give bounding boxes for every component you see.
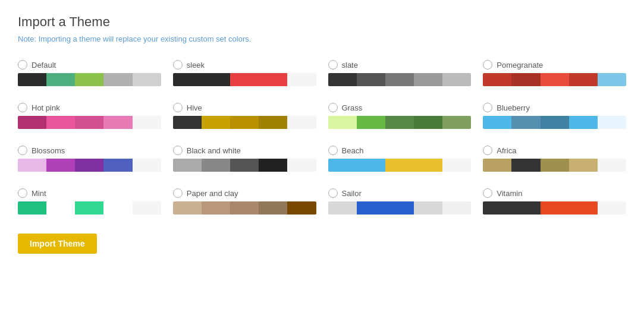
swatch bbox=[541, 73, 569, 86]
swatch bbox=[287, 201, 316, 215]
theme-name-black-and-white: Black and white bbox=[187, 146, 241, 155]
swatch bbox=[328, 73, 357, 86]
swatch bbox=[598, 73, 626, 86]
swatch bbox=[414, 159, 442, 172]
theme-name-beach: Beach bbox=[342, 146, 364, 155]
theme-radio-sleek[interactable] bbox=[173, 60, 183, 70]
theme-label-black-and-white[interactable]: Black and white bbox=[173, 146, 316, 155]
theme-label-blossoms[interactable]: Blossoms bbox=[18, 146, 161, 155]
swatches-grass bbox=[328, 116, 472, 129]
swatch bbox=[483, 116, 511, 129]
theme-label-hot-pink[interactable]: Hot pink bbox=[18, 103, 161, 112]
theme-radio-blueberry[interactable] bbox=[483, 103, 492, 112]
theme-item-black-and-white: Black and white bbox=[173, 146, 316, 172]
swatch bbox=[541, 201, 569, 215]
swatch bbox=[385, 159, 414, 172]
swatch bbox=[103, 159, 132, 172]
theme-label-vitamin[interactable]: Vitamin bbox=[483, 188, 626, 198]
swatch bbox=[75, 116, 103, 129]
theme-radio-blossoms[interactable] bbox=[18, 146, 27, 155]
swatch bbox=[328, 201, 357, 215]
swatches-mint bbox=[18, 201, 161, 215]
theme-label-slate[interactable]: slate bbox=[328, 60, 472, 70]
swatch bbox=[18, 73, 46, 86]
theme-name-africa: Africa bbox=[497, 146, 516, 155]
theme-radio-sailor[interactable] bbox=[328, 188, 338, 198]
swatches-paper-and-clay bbox=[173, 201, 316, 215]
theme-label-grass[interactable]: Grass bbox=[328, 103, 472, 112]
swatches-black-and-white bbox=[173, 159, 316, 172]
swatches-default bbox=[18, 73, 161, 86]
theme-label-africa[interactable]: Africa bbox=[483, 146, 626, 155]
swatch bbox=[133, 159, 161, 172]
theme-radio-default[interactable] bbox=[18, 60, 27, 70]
theme-name-blossoms: Blossoms bbox=[32, 146, 65, 155]
theme-name-default: Default bbox=[32, 61, 56, 70]
swatch bbox=[173, 159, 202, 172]
theme-radio-hot-pink[interactable] bbox=[18, 103, 27, 112]
swatch bbox=[103, 116, 132, 129]
note-text: Note: Importing a theme will replace you… bbox=[18, 34, 626, 43]
theme-name-hot-pink: Hot pink bbox=[32, 103, 60, 112]
theme-radio-pomegranate[interactable] bbox=[483, 60, 492, 70]
theme-radio-hive[interactable] bbox=[173, 103, 183, 112]
theme-item-slate: slate bbox=[328, 60, 472, 86]
theme-label-sailor[interactable]: Sailor bbox=[328, 188, 472, 198]
swatch bbox=[569, 73, 598, 86]
import-theme-button[interactable]: Import Theme bbox=[18, 234, 97, 254]
swatch bbox=[259, 73, 287, 86]
swatches-sleek bbox=[173, 73, 316, 86]
swatch bbox=[18, 201, 46, 215]
theme-radio-beach[interactable] bbox=[328, 146, 338, 155]
swatch bbox=[259, 116, 287, 129]
swatch bbox=[173, 116, 202, 129]
swatches-sailor bbox=[328, 201, 472, 215]
theme-radio-slate[interactable] bbox=[328, 60, 338, 70]
swatch bbox=[259, 201, 287, 215]
theme-label-default[interactable]: Default bbox=[18, 60, 161, 70]
theme-name-blueberry: Blueberry bbox=[497, 103, 530, 112]
swatch bbox=[442, 73, 471, 86]
swatch bbox=[230, 201, 259, 215]
swatches-slate bbox=[328, 73, 472, 86]
theme-label-sleek[interactable]: sleek bbox=[173, 60, 316, 70]
theme-radio-black-and-white[interactable] bbox=[173, 146, 183, 155]
swatch bbox=[75, 73, 103, 86]
swatch bbox=[103, 73, 132, 86]
swatch bbox=[75, 201, 103, 215]
page-title: Import a Theme bbox=[18, 14, 626, 30]
swatch bbox=[103, 201, 132, 215]
swatch bbox=[442, 201, 471, 215]
swatch bbox=[511, 73, 540, 86]
swatch bbox=[511, 201, 540, 215]
theme-label-beach[interactable]: Beach bbox=[328, 146, 472, 155]
swatch bbox=[511, 116, 540, 129]
theme-name-paper-and-clay: Paper and clay bbox=[187, 189, 238, 198]
theme-name-slate: slate bbox=[342, 61, 358, 70]
theme-label-paper-and-clay[interactable]: Paper and clay bbox=[173, 188, 316, 198]
theme-radio-africa[interactable] bbox=[483, 146, 492, 155]
swatches-vitamin bbox=[483, 201, 626, 215]
swatch bbox=[357, 159, 385, 172]
theme-radio-paper-and-clay[interactable] bbox=[173, 188, 183, 198]
swatch bbox=[133, 201, 161, 215]
theme-radio-vitamin[interactable] bbox=[483, 188, 492, 198]
theme-radio-grass[interactable] bbox=[328, 103, 338, 112]
swatch bbox=[46, 116, 75, 129]
swatch bbox=[541, 159, 569, 172]
theme-item-africa: Africa bbox=[483, 146, 626, 172]
swatch bbox=[230, 159, 259, 172]
theme-item-hot-pink: Hot pink bbox=[18, 103, 161, 129]
theme-label-mint[interactable]: Mint bbox=[18, 188, 161, 198]
swatch bbox=[385, 73, 414, 86]
theme-item-default: Default bbox=[18, 60, 161, 86]
theme-label-blueberry[interactable]: Blueberry bbox=[483, 103, 626, 112]
theme-label-hive[interactable]: Hive bbox=[173, 103, 316, 112]
theme-label-pomegranate[interactable]: Pomegranate bbox=[483, 60, 626, 70]
theme-item-beach: Beach bbox=[328, 146, 472, 172]
swatch bbox=[483, 201, 511, 215]
swatch bbox=[287, 116, 316, 129]
theme-radio-mint[interactable] bbox=[18, 188, 27, 198]
swatch bbox=[357, 116, 385, 129]
swatch bbox=[259, 159, 287, 172]
